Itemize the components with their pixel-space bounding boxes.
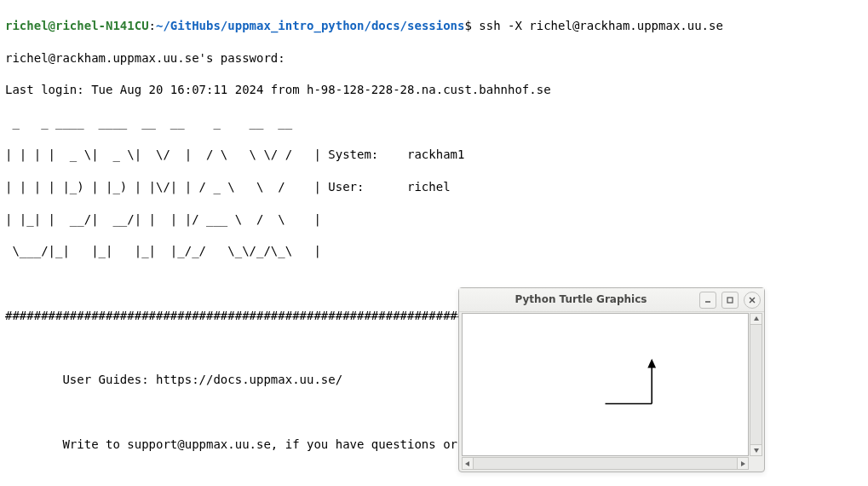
prompt-user-host: richel@richel-N141CU	[5, 19, 149, 32]
maximize-icon	[726, 296, 734, 304]
ascii-art-line: \___/|_| |_| |_| |_/_/ \_\/_/\_\ |	[5, 243, 863, 259]
ascii-art-line: _ _ ____ ____ __ __ _ __ __	[5, 114, 863, 130]
horizontal-scrollbar[interactable]	[462, 457, 749, 470]
window-title: Python Turtle Graphics	[463, 292, 699, 306]
prompt-path: ~/GitHubs/uppmax_intro_python/docs/sessi…	[156, 19, 464, 32]
minimize-button[interactable]	[699, 292, 716, 309]
prompt-colon: :	[149, 19, 156, 32]
close-button[interactable]	[744, 292, 761, 309]
chevron-left-icon	[464, 460, 471, 467]
close-icon	[748, 296, 756, 304]
svg-marker-8	[754, 448, 759, 453]
vertical-scrollbar[interactable]	[750, 313, 762, 456]
window-titlebar[interactable]: Python Turtle Graphics	[459, 288, 764, 312]
minimize-icon	[704, 296, 712, 304]
ascii-art-line: | | | | |_) | |_) | |\/| | / _ \ \ / | U…	[5, 179, 863, 195]
ascii-art-line: | |_| | __/| __/| | | |/ ___ \ / \ |	[5, 211, 863, 228]
chevron-right-icon	[739, 460, 746, 467]
maximize-button[interactable]	[721, 292, 739, 309]
svg-rect-1	[727, 298, 733, 303]
scroll-down-button[interactable]	[750, 444, 762, 455]
scroll-right-button[interactable]	[737, 458, 748, 469]
window-controls	[699, 292, 761, 309]
ssh-command: ssh -X richel@rackham.uppmax.uu.se	[479, 19, 723, 32]
turtle-drawing	[463, 314, 748, 455]
ascii-art-line: | | | | _ \| _ \| \/ | / \ \ \/ / | Syst…	[5, 147, 863, 163]
chevron-down-icon	[753, 447, 760, 454]
svg-marker-9	[465, 461, 469, 466]
turtle-canvas	[462, 313, 749, 456]
last-login: Last login: Tue Aug 20 16:07:11 2024 fro…	[5, 82, 863, 98]
scroll-left-button[interactable]	[463, 458, 474, 469]
svg-marker-10	[741, 461, 745, 466]
turtle-graphics-window[interactable]: Python Turtle Graphics	[458, 287, 765, 472]
prompt-dollar: $	[464, 19, 479, 32]
chevron-up-icon	[753, 315, 760, 322]
svg-marker-7	[754, 316, 759, 321]
svg-marker-6	[647, 359, 656, 368]
scroll-up-button[interactable]	[750, 314, 762, 325]
password-prompt: richel@rackham.uppmax.uu.se's password:	[5, 50, 863, 67]
